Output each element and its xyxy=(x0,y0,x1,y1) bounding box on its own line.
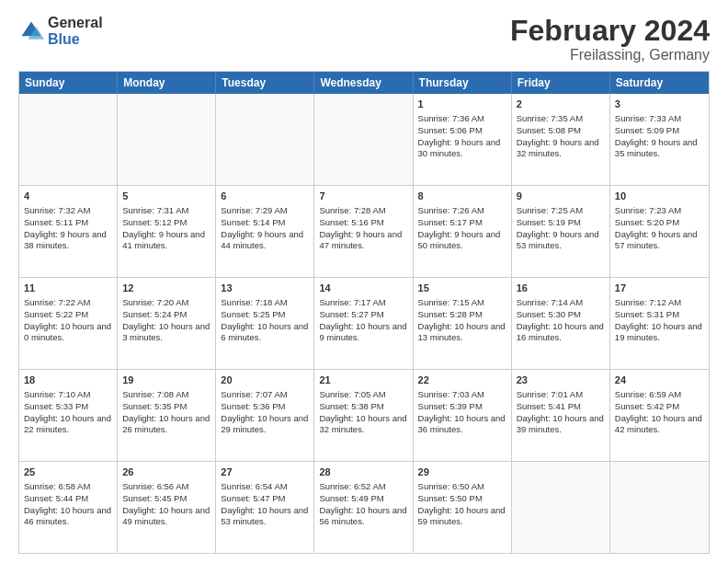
header-day-saturday: Saturday xyxy=(610,72,709,94)
daylight-text: Daylight: 10 hours and 3 minutes. xyxy=(122,321,210,345)
sunset-text: Sunset: 5:06 PM xyxy=(418,125,506,137)
daylight-text: Daylight: 9 hours and 57 minutes. xyxy=(615,229,704,253)
calendar-cell: 20Sunrise: 7:07 AMSunset: 5:36 PMDayligh… xyxy=(216,370,314,461)
daylight-text: Daylight: 10 hours and 0 minutes. xyxy=(24,321,112,345)
page-subtitle: Freilassing, Germany xyxy=(510,47,710,63)
daylight-text: Daylight: 9 hours and 41 minutes. xyxy=(122,229,210,253)
daylight-text: Daylight: 10 hours and 29 minutes. xyxy=(221,413,309,437)
calendar-cell: 29Sunrise: 6:50 AMSunset: 5:50 PMDayligh… xyxy=(414,462,512,553)
calendar-cell: 21Sunrise: 7:05 AMSunset: 5:38 PMDayligh… xyxy=(314,370,413,461)
sunrise-text: Sunrise: 6:59 AM xyxy=(615,389,704,401)
calendar-cell xyxy=(610,462,709,553)
day-number: 7 xyxy=(319,190,407,203)
calendar-cell: 23Sunrise: 7:01 AMSunset: 5:41 PMDayligh… xyxy=(512,370,610,461)
sunrise-text: Sunrise: 7:05 AM xyxy=(319,389,407,401)
calendar-cell: 15Sunrise: 7:15 AMSunset: 5:28 PMDayligh… xyxy=(414,278,512,369)
sunrise-text: Sunrise: 7:31 AM xyxy=(122,205,210,217)
day-number: 18 xyxy=(24,373,112,387)
day-number: 8 xyxy=(418,190,506,203)
day-number: 19 xyxy=(122,373,210,387)
calendar-row-0: 1Sunrise: 7:36 AMSunset: 5:06 PMDaylight… xyxy=(19,94,709,185)
calendar-cell: 22Sunrise: 7:03 AMSunset: 5:39 PMDayligh… xyxy=(414,370,512,461)
sunrise-text: Sunrise: 7:14 AM xyxy=(517,297,605,309)
sunset-text: Sunset: 5:33 PM xyxy=(24,401,112,413)
sunset-text: Sunset: 5:36 PM xyxy=(221,401,309,413)
header-day-sunday: Sunday xyxy=(19,72,118,94)
sunset-text: Sunset: 5:28 PM xyxy=(418,309,506,321)
sunset-text: Sunset: 5:25 PM xyxy=(221,309,309,321)
sunrise-text: Sunrise: 7:20 AM xyxy=(122,297,210,309)
day-number: 23 xyxy=(517,373,605,387)
daylight-text: Daylight: 10 hours and 26 minutes. xyxy=(122,413,210,437)
daylight-text: Daylight: 10 hours and 56 minutes. xyxy=(319,505,407,529)
sunset-text: Sunset: 5:31 PM xyxy=(615,309,704,321)
day-number: 3 xyxy=(615,98,704,111)
day-number: 15 xyxy=(418,282,506,295)
day-number: 25 xyxy=(24,465,112,479)
calendar-cell: 7Sunrise: 7:28 AMSunset: 5:16 PMDaylight… xyxy=(314,186,413,277)
calendar-cell: 27Sunrise: 6:54 AMSunset: 5:47 PMDayligh… xyxy=(216,462,314,553)
header-day-friday: Friday xyxy=(512,72,610,94)
daylight-text: Daylight: 10 hours and 42 minutes. xyxy=(615,413,704,437)
daylight-text: Daylight: 10 hours and 16 minutes. xyxy=(517,321,605,345)
logo-icon xyxy=(18,18,44,44)
sunrise-text: Sunrise: 7:36 AM xyxy=(418,113,506,125)
day-number: 5 xyxy=(122,190,210,203)
sunrise-text: Sunrise: 7:23 AM xyxy=(615,205,704,217)
header-day-monday: Monday xyxy=(118,72,216,94)
sunset-text: Sunset: 5:42 PM xyxy=(615,401,704,413)
daylight-text: Daylight: 10 hours and 53 minutes. xyxy=(221,505,309,529)
sunset-text: Sunset: 5:38 PM xyxy=(319,401,407,413)
calendar-cell: 4Sunrise: 7:32 AMSunset: 5:11 PMDaylight… xyxy=(19,186,118,277)
calendar-cell xyxy=(216,94,314,185)
day-number: 26 xyxy=(122,465,210,479)
sunrise-text: Sunrise: 7:07 AM xyxy=(221,389,309,401)
calendar-cell xyxy=(19,94,118,185)
daylight-text: Daylight: 9 hours and 35 minutes. xyxy=(615,137,704,161)
calendar-row-2: 11Sunrise: 7:22 AMSunset: 5:22 PMDayligh… xyxy=(19,277,709,369)
sunset-text: Sunset: 5:35 PM xyxy=(122,401,210,413)
logo-text: General Blue xyxy=(48,15,103,47)
calendar-cell: 10Sunrise: 7:23 AMSunset: 5:20 PMDayligh… xyxy=(610,186,709,277)
calendar-cell: 24Sunrise: 6:59 AMSunset: 5:42 PMDayligh… xyxy=(610,370,709,461)
calendar-cell: 11Sunrise: 7:22 AMSunset: 5:22 PMDayligh… xyxy=(19,278,118,369)
sunrise-text: Sunrise: 7:25 AM xyxy=(517,205,605,217)
sunset-text: Sunset: 5:41 PM xyxy=(517,401,605,413)
logo-general: General xyxy=(48,15,103,31)
day-number: 11 xyxy=(24,282,112,295)
sunrise-text: Sunrise: 7:33 AM xyxy=(615,113,704,125)
title-block: February 2024 Freilassing, Germany xyxy=(510,15,710,63)
calendar-header: SundayMondayTuesdayWednesdayThursdayFrid… xyxy=(19,72,709,94)
calendar-body: 1Sunrise: 7:36 AMSunset: 5:06 PMDaylight… xyxy=(19,94,709,553)
daylight-text: Daylight: 10 hours and 13 minutes. xyxy=(418,321,506,345)
calendar-cell: 3Sunrise: 7:33 AMSunset: 5:09 PMDaylight… xyxy=(610,94,709,185)
calendar-cell: 5Sunrise: 7:31 AMSunset: 5:12 PMDaylight… xyxy=(118,186,216,277)
sunset-text: Sunset: 5:49 PM xyxy=(319,493,407,505)
sunset-text: Sunset: 5:16 PM xyxy=(319,217,407,229)
sunrise-text: Sunrise: 7:22 AM xyxy=(24,297,112,309)
header: General Blue February 2024 Freilassing, … xyxy=(18,15,710,63)
daylight-text: Daylight: 9 hours and 47 minutes. xyxy=(319,229,407,253)
calendar-row-1: 4Sunrise: 7:32 AMSunset: 5:11 PMDaylight… xyxy=(19,185,709,277)
daylight-text: Daylight: 9 hours and 50 minutes. xyxy=(418,229,506,253)
calendar-cell xyxy=(512,462,610,553)
calendar: SundayMondayTuesdayWednesdayThursdayFrid… xyxy=(18,71,710,554)
daylight-text: Daylight: 10 hours and 6 minutes. xyxy=(221,321,309,345)
daylight-text: Daylight: 10 hours and 49 minutes. xyxy=(122,505,210,529)
sunrise-text: Sunrise: 7:03 AM xyxy=(418,389,506,401)
calendar-cell: 12Sunrise: 7:20 AMSunset: 5:24 PMDayligh… xyxy=(118,278,216,369)
calendar-cell: 19Sunrise: 7:08 AMSunset: 5:35 PMDayligh… xyxy=(118,370,216,461)
header-day-thursday: Thursday xyxy=(414,72,512,94)
daylight-text: Daylight: 10 hours and 22 minutes. xyxy=(24,413,112,437)
daylight-text: Daylight: 10 hours and 39 minutes. xyxy=(517,413,605,437)
calendar-cell: 17Sunrise: 7:12 AMSunset: 5:31 PMDayligh… xyxy=(610,278,709,369)
logo-blue-text: Blue xyxy=(48,31,103,48)
sunset-text: Sunset: 5:17 PM xyxy=(418,217,506,229)
day-number: 1 xyxy=(418,98,506,111)
daylight-text: Daylight: 9 hours and 44 minutes. xyxy=(221,229,309,253)
calendar-cell: 25Sunrise: 6:58 AMSunset: 5:44 PMDayligh… xyxy=(19,462,118,553)
daylight-text: Daylight: 9 hours and 38 minutes. xyxy=(24,229,112,253)
sunrise-text: Sunrise: 7:35 AM xyxy=(517,113,605,125)
daylight-text: Daylight: 9 hours and 30 minutes. xyxy=(418,137,506,161)
daylight-text: Daylight: 10 hours and 9 minutes. xyxy=(319,321,407,345)
